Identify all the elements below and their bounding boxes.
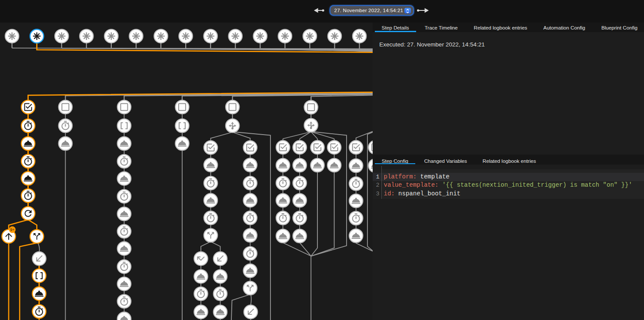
svg-text:9+: 9+	[10, 228, 14, 232]
